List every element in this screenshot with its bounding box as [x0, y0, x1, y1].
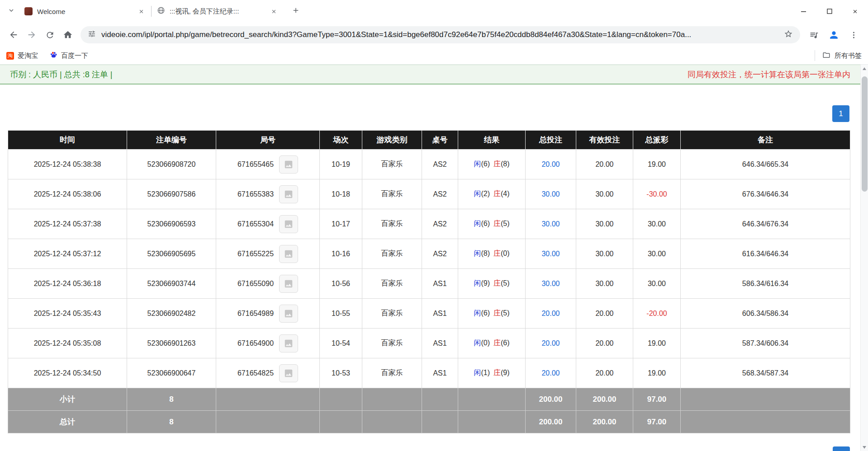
picture-icon	[284, 160, 294, 169]
site-info-icon[interactable]	[88, 30, 96, 40]
browser-toolbar: videoie.com/ipl/portal.php/game/betrecor…	[0, 23, 868, 47]
cell-payout: 30.00	[633, 269, 681, 299]
cell-remark: 616.34/646.34	[681, 239, 850, 269]
cell-total-bet: 30.00	[526, 239, 576, 269]
round-image-button[interactable]	[279, 185, 298, 203]
cell-bet-id: 523066906593	[127, 209, 216, 239]
total-bet-link[interactable]: 20.00	[541, 369, 560, 377]
table-row: 2025-12-24 05:38:06 523066907586 6716553…	[8, 179, 850, 209]
scrollbar-thumb[interactable]	[862, 76, 868, 192]
cell-time: 2025-12-24 05:37:12	[8, 239, 127, 269]
minimize-button[interactable]	[791, 0, 816, 23]
picture-icon	[284, 309, 294, 319]
tab-close-icon[interactable]	[137, 7, 146, 16]
close-window-button[interactable]	[842, 0, 868, 23]
round-image-button[interactable]	[279, 334, 298, 352]
maximize-button[interactable]	[816, 0, 842, 23]
all-bookmarks-button[interactable]: 所有书签	[815, 50, 862, 61]
round-number: 671655383	[237, 190, 274, 198]
total-bet-link[interactable]: 30.00	[541, 280, 560, 287]
round-image-button[interactable]	[279, 275, 298, 293]
subtotal-total-bet: 200.00	[526, 388, 576, 411]
cell-result: 闲(8)庄(0)	[458, 239, 526, 269]
cell-game-type: 百家乐	[362, 269, 422, 299]
tab-welcome[interactable]: Welcome	[19, 2, 151, 21]
cell-payout: 19.00	[633, 150, 681, 179]
cell-game-type: 百家乐	[362, 239, 422, 269]
round-image-button[interactable]	[279, 155, 298, 174]
cell-session: 10-19	[320, 150, 362, 179]
total-bet-link[interactable]: 20.00	[541, 339, 560, 347]
cell-round: 671654989	[216, 299, 320, 329]
total-bet-link[interactable]: 30.00	[541, 250, 560, 258]
total-total-bet: 200.00	[526, 411, 576, 433]
total-label: 总计	[8, 411, 127, 433]
table-row: 2025-12-24 05:35:43 523066902482 6716549…	[8, 299, 850, 329]
subtotal-label: 小计	[8, 388, 127, 411]
cell-time: 2025-12-24 05:34:50	[8, 358, 127, 388]
cell-payout: -30.00	[633, 179, 681, 209]
total-bet-link[interactable]: 30.00	[541, 190, 560, 198]
round-image-button[interactable]	[279, 305, 298, 323]
player-result-label: 闲	[474, 190, 481, 197]
cell-result: 闲(2)庄(4)	[458, 179, 526, 209]
window-controls	[791, 0, 868, 23]
cell-valid-bet: 20.00	[576, 150, 633, 179]
media-controls-button[interactable]	[805, 26, 823, 44]
cell-session: 10-54	[320, 329, 362, 358]
browser-menu-button[interactable]	[844, 26, 863, 44]
round-image-button[interactable]	[279, 215, 298, 233]
address-bar[interactable]: videoie.com/ipl/portal.php/game/betrecor…	[81, 26, 800, 43]
cell-total-bet: 20.00	[526, 299, 576, 329]
refresh-button[interactable]	[41, 26, 59, 44]
profile-button[interactable]	[825, 26, 843, 44]
back-button[interactable]	[5, 26, 23, 44]
back-arrow-icon	[9, 30, 19, 40]
globe-icon	[157, 6, 165, 16]
bookmark-baidu[interactable]: 百度一下	[50, 51, 88, 60]
cell-bet-id: 523066903744	[127, 269, 216, 299]
chevron-down-icon	[7, 6, 15, 16]
scroll-up-button[interactable]	[861, 65, 868, 72]
cell-remark: 646.34/676.34	[681, 209, 850, 239]
home-icon	[63, 30, 73, 40]
cell-remark: 568.34/587.34	[681, 358, 850, 388]
cell-valid-bet: 30.00	[576, 179, 633, 209]
cell-game-type: 百家乐	[362, 209, 422, 239]
player-result-label: 闲	[474, 279, 481, 287]
cell-time: 2025-12-24 05:36:18	[8, 269, 127, 299]
tab-close-icon[interactable]	[269, 7, 278, 16]
bookmark-star-icon[interactable]	[784, 29, 793, 40]
page-scrollbar[interactable]	[860, 65, 868, 451]
round-number: 671655090	[237, 280, 274, 288]
cell-bet-id: 523066901263	[127, 329, 216, 358]
page-1-button[interactable]: 1	[832, 105, 849, 122]
new-tab-button[interactable]	[288, 4, 304, 19]
round-image-button[interactable]	[279, 245, 298, 263]
cell-session: 10-17	[320, 209, 362, 239]
bookmark-taobao[interactable]: 淘 爱淘宝	[6, 52, 38, 60]
cell-payout: 19.00	[633, 329, 681, 358]
tab-search-button[interactable]	[4, 4, 19, 19]
home-button[interactable]	[59, 26, 77, 44]
cell-valid-bet: 30.00	[576, 209, 633, 239]
bet-rule-notice-text: 同局有效投注，统一计算在该局第一张注单内	[688, 69, 850, 80]
cell-time: 2025-12-24 05:38:38	[8, 150, 127, 179]
refresh-icon	[45, 30, 55, 40]
cell-round: 671655304	[216, 209, 320, 239]
table-row: 2025-12-24 05:35:08 523066901263 6716549…	[8, 329, 850, 358]
total-bet-link[interactable]: 20.00	[541, 160, 560, 168]
tab-title: Welcome	[37, 8, 132, 15]
banker-result-score: (6)	[501, 339, 510, 347]
bottom-page-1-button[interactable]: 1	[833, 446, 850, 451]
total-bet-link[interactable]: 20.00	[541, 310, 560, 317]
cell-result: 闲(6)庄(8)	[458, 150, 526, 179]
round-image-button[interactable]	[279, 364, 298, 382]
scroll-down-button[interactable]	[861, 443, 868, 451]
total-bet-link[interactable]: 30.00	[541, 220, 560, 228]
player-result-label: 闲	[474, 369, 481, 376]
forward-button[interactable]	[23, 26, 41, 44]
tab-betrecord[interactable]: :::视讯, 会员下注纪录:::	[152, 2, 284, 21]
tab-strip: Welcome :::视讯, 会员下注纪录:::	[0, 0, 868, 23]
cell-remark: 606.34/586.34	[681, 299, 850, 329]
